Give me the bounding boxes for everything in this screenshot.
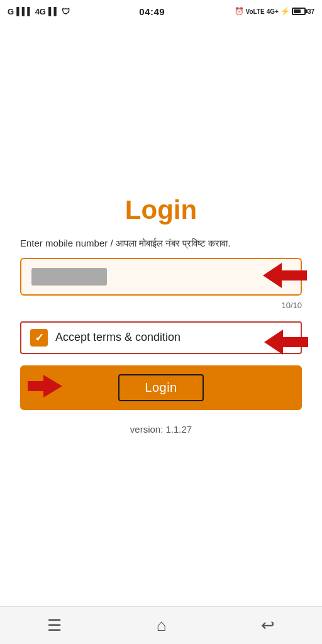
nav-home-icon[interactable]: ⌂ [157,616,167,635]
battery-icon [292,8,306,15]
char-count: 10/10 [20,301,302,310]
status-time: 04:49 [139,6,165,17]
nav-menu-icon[interactable]: ☰ [47,616,62,635]
terms-label: Accept terms & condition [55,331,180,344]
login-title: Login [125,195,197,225]
terms-arrow-annotation [264,330,308,357]
main-content: Login Enter mobile number / आपला मोबाईल … [0,23,322,606]
network-type: 4G [35,7,46,16]
shield-icon: 🛡 [62,7,70,16]
red-arrow-svg [263,263,307,288]
login-button-label: Login [145,380,177,394]
svg-marker-0 [263,263,307,288]
battery-percent: 37 [308,8,314,15]
login-button-inner[interactable]: Login [118,374,203,401]
terms-checkbox[interactable]: ✓ [30,329,48,347]
status-bar: G ▌▌▌ 4G ▌▌ 🛡 04:49 ⏰ VoLTE 4G+ ⚡ 37 [0,0,322,23]
svg-marker-1 [264,330,308,355]
volte-text: VoLTE [246,8,265,15]
status-right: ⏰ VoLTE 4G+ ⚡ 37 [235,7,315,16]
version-text: version: 1.1.27 [130,424,192,435]
network-4g: 4G+ [267,8,279,15]
login-subtitle: Enter mobile number / आपला मोबाईल नंबर प… [20,238,302,249]
login-red-arrow-svg [28,375,62,397]
carrier-text: G [8,7,14,16]
signal-bars-2: ▌▌ [48,7,59,16]
signal-bars: ▌▌▌ [16,7,33,16]
terms-red-arrow-svg [264,330,308,355]
svg-marker-2 [28,375,62,397]
terms-row[interactable]: ✓ Accept terms & condition [20,321,302,354]
charging-icon: ⚡ [280,7,290,16]
status-left: G ▌▌▌ 4G ▌▌ 🛡 [8,7,70,16]
input-arrow-annotation [263,263,307,291]
login-button-wrapper[interactable]: Login [20,365,302,410]
login-arrow-annotation [28,375,62,400]
input-annotation-wrapper [20,258,302,301]
input-placeholder-block [31,268,107,286]
bottom-nav: ☰ ⌂ ↩ [0,606,322,644]
nav-back-icon[interactable]: ↩ [261,616,275,635]
alarm-icon: ⏰ [235,7,244,16]
checkmark-icon: ✓ [35,332,44,343]
mobile-input-field[interactable] [20,258,302,296]
terms-annotation-container: ✓ Accept terms & condition [20,321,302,365]
